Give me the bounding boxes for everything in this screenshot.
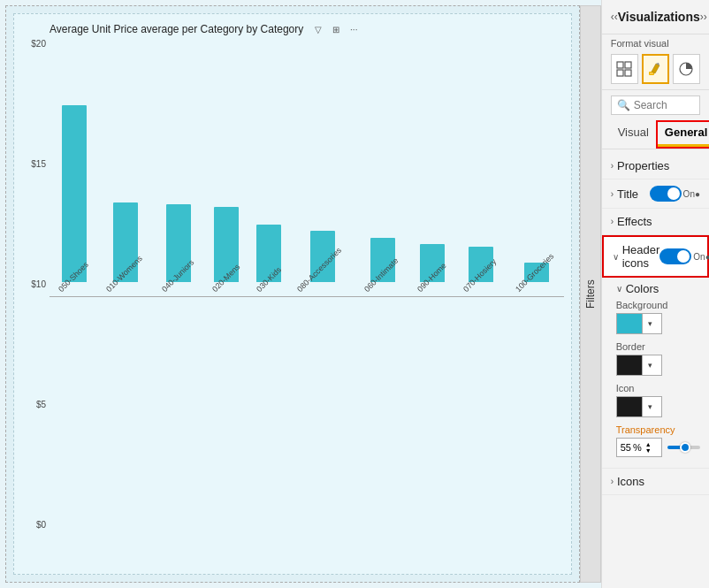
bar-group: 100-Groceries: [510, 263, 564, 296]
search-input[interactable]: [634, 99, 709, 111]
background-color-picker[interactable]: ▾: [616, 313, 662, 334]
border-color-swatch: [617, 355, 642, 375]
chart-icons: ▽ ⊞ ···: [310, 21, 362, 37]
format-visual-label: Format visual: [602, 34, 709, 50]
y-axis-label: $20: [18, 39, 46, 49]
more-icon-btn[interactable]: ···: [346, 21, 362, 37]
slider-thumb[interactable]: [680, 442, 690, 453]
panel-title: Visualizations: [618, 10, 700, 24]
chart-title: Average Unit Price average per Category …: [50, 23, 303, 35]
bar: [62, 105, 87, 282]
effects-label: Effects: [617, 215, 700, 228]
svg-rect-5: [650, 73, 653, 74]
transparency-input[interactable]: 55 % ▲ ▼: [616, 438, 662, 457]
filters-label: Filters: [584, 279, 597, 309]
icons-label: Icons: [617, 475, 700, 488]
header-icons-label: Header icons: [622, 243, 660, 270]
transparency-down-btn[interactable]: ▼: [645, 447, 652, 454]
header-icons-toggle[interactable]: On●: [659, 248, 709, 264]
panel-back-btn[interactable]: ‹‹: [611, 7, 618, 27]
svg-rect-1: [625, 62, 631, 68]
icon-label: Icon: [616, 383, 700, 393]
header-icons-section[interactable]: ∨ Header icons On●: [602, 235, 709, 278]
tab-row: Visual General ···: [602, 120, 709, 149]
y-axis: $20 $15 $10 $5 $0: [18, 39, 46, 530]
border-label: Border: [616, 341, 700, 352]
y-axis-label: $10: [18, 279, 46, 289]
background-color-swatch: [617, 314, 642, 333]
colors-section: ∨ Colors Background ▾ Border ▾: [602, 278, 709, 469]
chart-area: Average Unit Price average per Category …: [5, 5, 580, 583]
search-icon: 🔍: [617, 99, 630, 111]
toggle-on-label: On●: [693, 252, 709, 262]
filters-tab[interactable]: Filters: [580, 5, 601, 583]
toggle-on-label: On●: [683, 189, 700, 199]
svg-rect-3: [625, 70, 631, 76]
svg-rect-0: [617, 62, 623, 68]
format-analytics-btn[interactable]: [673, 54, 700, 84]
panel-content: › Properties › Title On● › Effects ∨ Hea…: [602, 153, 709, 588]
right-panel: ‹‹ Visualizations ›› Format visual: [601, 0, 709, 588]
bar-group: 080-Accessories: [292, 231, 354, 296]
svg-rect-2: [617, 70, 623, 76]
tab-visual[interactable]: Visual: [611, 122, 656, 147]
toggle-on-indicator: [659, 248, 691, 264]
transparency-row: Transparency 55 % ▲ ▼: [616, 424, 700, 457]
title-section[interactable]: › Title On●: [602, 179, 709, 209]
transparency-slider[interactable]: [667, 446, 700, 449]
effects-section[interactable]: › Effects: [602, 209, 709, 235]
filter-icon-btn[interactable]: ▽: [310, 21, 326, 37]
chart-title-row: Average Unit Price average per Category …: [50, 21, 564, 37]
y-axis-label: $15: [18, 159, 46, 169]
icon-color-swatch: [617, 397, 642, 416]
transparency-control: 55 % ▲ ▼: [616, 438, 700, 457]
colors-header[interactable]: ∨ Colors: [616, 278, 700, 300]
border-color-row: Border ▾: [616, 341, 700, 376]
transparency-value: 55: [621, 442, 631, 453]
chevron-right-icon: ›: [611, 189, 614, 199]
colors-label: Colors: [626, 282, 659, 295]
y-axis-label: $0: [18, 520, 46, 530]
bar-group: 050-Shoes: [53, 105, 95, 296]
chevron-down-icon: ∨: [616, 284, 622, 294]
search-box[interactable]: 🔍: [611, 95, 700, 115]
panel-header: ‹‹ Visualizations ››: [602, 0, 709, 34]
tab-general[interactable]: General: [658, 122, 709, 147]
chevron-right-icon: ›: [611, 217, 614, 226]
background-label: Background: [616, 300, 700, 310]
chevron-down-icon: ∨: [613, 252, 619, 262]
title-toggle[interactable]: On●: [650, 186, 700, 202]
color-dropdown-icon: ▾: [642, 397, 658, 416]
chevron-right-icon: ›: [611, 161, 614, 171]
format-icons-row: [602, 50, 709, 90]
properties-label: Properties: [617, 159, 700, 172]
background-color-row: Background ▾: [616, 300, 700, 334]
icon-color-row: Icon ▾: [616, 383, 700, 417]
bar-group: 090-Home: [412, 244, 453, 296]
bar-group: 070-Hosiery: [458, 247, 505, 296]
bar-group: 010-Womens: [101, 202, 151, 296]
format-table-btn[interactable]: [611, 54, 638, 84]
y-axis-label: $5: [18, 400, 46, 409]
toggle-on-indicator: [650, 186, 682, 202]
expand-icon-btn[interactable]: ⊞: [328, 21, 344, 37]
panel-forward-btn[interactable]: ››: [700, 7, 707, 27]
border-color-picker[interactable]: ▾: [616, 355, 662, 376]
bar-group: 030-Kids: [251, 225, 286, 296]
icon-color-picker[interactable]: ▾: [616, 396, 662, 417]
properties-section[interactable]: › Properties: [602, 153, 709, 179]
transparency-label: Transparency: [616, 424, 700, 435]
bar-group: 020-Mens: [207, 207, 246, 296]
chart-container: Average Unit Price average per Category …: [13, 13, 572, 575]
format-paint-btn[interactable]: [642, 54, 669, 84]
color-dropdown-icon: ▾: [642, 355, 658, 375]
bar-group: 060-Intimate: [359, 238, 407, 296]
icons-section[interactable]: › Icons: [602, 469, 709, 495]
color-dropdown-icon: ▾: [642, 314, 658, 333]
transparency-up-btn[interactable]: ▲: [645, 441, 652, 447]
chevron-right-icon: ›: [611, 477, 614, 486]
bar-group: 040-Juniors: [156, 204, 202, 296]
transparency-unit: %: [633, 442, 642, 453]
title-label: Title: [617, 187, 650, 201]
